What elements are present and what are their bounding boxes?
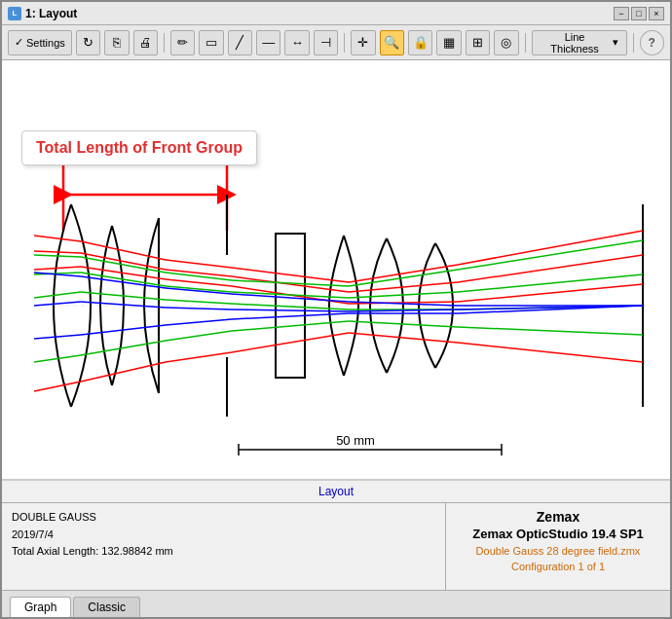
- separator-4: [633, 33, 634, 53]
- tab-bar: Graph Classic: [2, 590, 670, 617]
- tab-classic[interactable]: Classic: [73, 597, 140, 617]
- settings-button[interactable]: ✓ Settings: [8, 30, 72, 55]
- lens-axial-length: Total Axial Length: 132.98842 mm: [12, 543, 435, 561]
- bottom-info: DOUBLE GAUSS 2019/7/4 Total Axial Length…: [2, 502, 670, 590]
- zoom-button[interactable]: 🔍: [380, 30, 404, 55]
- window-title: 1: Layout: [25, 7, 77, 20]
- separator-1: [164, 33, 165, 53]
- copy-button[interactable]: ⎘: [104, 30, 129, 55]
- grid-button[interactable]: ▦: [436, 30, 461, 55]
- line-thickness-button[interactable]: Line Thickness ▾: [532, 30, 627, 55]
- main-content: Total Length of Front Group: [2, 60, 670, 617]
- lens-date: 2019/7/4: [12, 527, 435, 544]
- separator-3: [525, 33, 526, 53]
- settings-checkmark-icon: ✓: [15, 36, 23, 49]
- layout-label: Layout: [2, 480, 670, 502]
- svg-text:50 mm: 50 mm: [336, 433, 375, 448]
- export-button[interactable]: ⊞: [466, 30, 490, 55]
- draw-line-button[interactable]: ╱: [228, 30, 252, 55]
- draw-arrow-button[interactable]: ↔: [284, 30, 309, 55]
- draw-minus-button[interactable]: —: [256, 30, 280, 55]
- help-button[interactable]: ?: [640, 30, 664, 55]
- title-bar-left: L 1: Layout: [8, 7, 77, 20]
- tooltip-text: Total Length of Front Group: [36, 139, 243, 156]
- lock-button[interactable]: 🔒: [408, 30, 432, 55]
- circle-button[interactable]: ◎: [494, 30, 518, 55]
- canvas-area[interactable]: Total Length of Front Group: [2, 60, 670, 480]
- draw-pencil-button[interactable]: ✏: [170, 30, 195, 55]
- lens-name: DOUBLE GAUSS: [12, 509, 435, 527]
- refresh-button[interactable]: ↻: [76, 30, 100, 55]
- tab-graph[interactable]: Graph: [10, 597, 71, 617]
- title-bar: L 1: Layout − □ ×: [2, 2, 670, 25]
- line-thickness-dropdown-icon: ▾: [613, 36, 618, 49]
- close-button[interactable]: ×: [649, 7, 664, 20]
- separator-2: [344, 33, 345, 53]
- draw-rect-button[interactable]: ▭: [199, 30, 223, 55]
- minimize-button[interactable]: −: [614, 7, 629, 20]
- crosshair-button[interactable]: ✛: [351, 30, 375, 55]
- maximize-button[interactable]: □: [631, 7, 647, 20]
- lens-diagram: 50 mm: [2, 60, 670, 479]
- main-window: L 1: Layout − □ × ✓ Settings ↻ ⎘ 🖨 ✏ ▭ ╱…: [0, 0, 672, 619]
- line-thickness-label: Line Thickness: [541, 31, 610, 55]
- svg-rect-0: [15, 60, 657, 479]
- product-name: Zemax OpticStudio 19.4 SP1: [456, 527, 660, 541]
- draw-bracket-button[interactable]: ⊣: [314, 30, 338, 55]
- file-name: Double Gauss 28 degree field.zmx: [456, 545, 660, 557]
- window-icon: L: [8, 7, 21, 20]
- company-name: Zemax: [456, 509, 660, 525]
- toolbar: ✓ Settings ↻ ⎘ 🖨 ✏ ▭ ╱ — ↔ ⊣ ✛ 🔍 🔒 ▦ ⊞ ◎…: [2, 25, 670, 60]
- bottom-right-info: Zemax Zemax OpticStudio 19.4 SP1 Double …: [446, 503, 670, 590]
- print-button[interactable]: 🖨: [133, 30, 158, 55]
- config-info: Configuration 1 of 1: [456, 561, 660, 572]
- bottom-left-info: DOUBLE GAUSS 2019/7/4 Total Axial Length…: [2, 503, 446, 590]
- tooltip-box: Total Length of Front Group: [21, 130, 257, 165]
- title-bar-controls: − □ ×: [614, 7, 664, 20]
